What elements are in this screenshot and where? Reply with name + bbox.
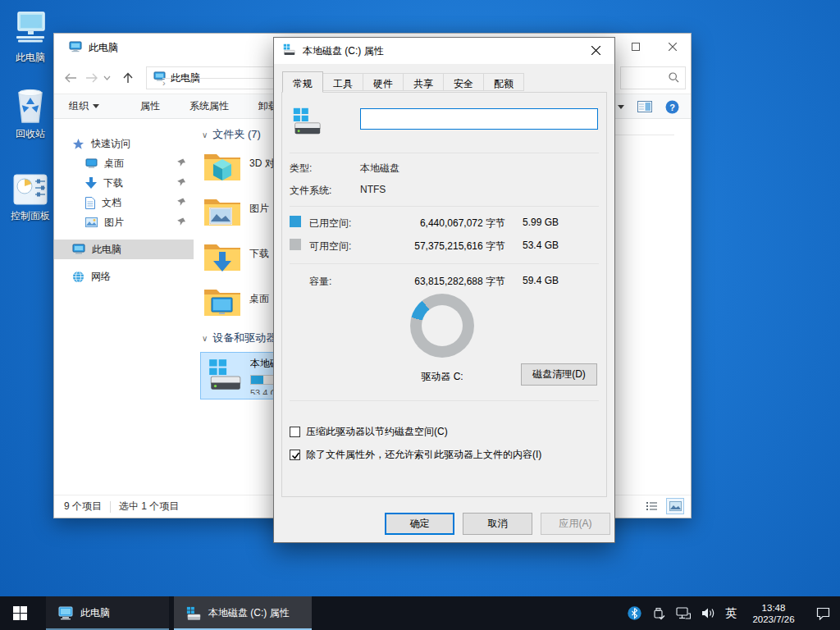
- taskbar: 此电脑 本地磁盘 (C:) 属性: [0, 596, 840, 630]
- up-button[interactable]: [118, 68, 138, 88]
- clock-time: 13:48: [762, 603, 786, 613]
- start-button[interactable]: [0, 596, 39, 630]
- capacity-gb: 59.4 GB: [523, 275, 559, 286]
- sidebar-item-network[interactable]: 网络: [54, 267, 194, 286]
- capacity-label: 容量:: [309, 275, 331, 289]
- tab-general[interactable]: 常规: [282, 71, 323, 93]
- cancel-button[interactable]: 取消: [463, 513, 532, 535]
- document-icon: [85, 197, 95, 209]
- control-panel-icon: [0, 167, 61, 206]
- folders-section-header[interactable]: ∨ 文件夹 (7): [202, 127, 261, 142]
- free-space-gb: 53.4 GB: [523, 240, 559, 251]
- apply-button[interactable]: 应用(A): [541, 513, 610, 535]
- usb-icon[interactable]: [651, 606, 666, 621]
- filesystem-label: 文件系统:: [290, 184, 331, 198]
- taskbar-item-label: 此电脑: [80, 606, 110, 620]
- clock-date: 2023/7/26: [752, 614, 794, 624]
- ok-button[interactable]: 确定: [385, 513, 454, 535]
- drive-label: 驱动器 C:: [380, 370, 504, 384]
- network-icon[interactable]: [676, 606, 691, 621]
- large-icons-view-button[interactable]: [666, 498, 684, 514]
- used-space-label: 已用空间:: [309, 217, 351, 231]
- search-input[interactable]: [620, 66, 686, 89]
- sidebar-item-quick-access[interactable]: 快速访问: [54, 134, 194, 153]
- explorer-window-title: 此电脑: [89, 41, 118, 55]
- checkbox-box[interactable]: [290, 450, 300, 460]
- help-icon[interactable]: ?: [665, 100, 679, 114]
- disk-small-icon: [282, 43, 296, 58]
- preview-pane-icon[interactable]: [637, 101, 652, 112]
- checkbox-label: 除了文件属性外，还允许索引此驱动器上文件的内容(I): [306, 448, 541, 462]
- devices-section-header[interactable]: ∨ 设备和驱动器: [202, 331, 276, 345]
- compress-drive-checkbox[interactable]: 压缩此驱动器以节约磁盘空间(C): [290, 425, 448, 439]
- desktop-icon-recycle-bin[interactable]: 回收站: [0, 84, 61, 141]
- details-view-button[interactable]: [643, 498, 661, 514]
- pin-icon: [177, 217, 185, 228]
- tab-quota[interactable]: 配额: [484, 73, 524, 91]
- properties-dialog: 本地磁盘 (C:) 属性 常规 工具 硬件 共享 安全 配额 类型: 本地磁盘 …: [273, 37, 615, 543]
- folder-downloads-icon: [203, 240, 241, 275]
- dialog-tabs: 常规 工具 硬件 共享 安全 配额: [282, 71, 524, 91]
- volume-label-input[interactable]: [360, 108, 598, 130]
- dialog-title-bar[interactable]: 本地磁盘 (C:) 属性: [274, 38, 614, 64]
- desktop-icon-label: 回收站: [0, 127, 61, 141]
- quick-access-star-icon: [72, 138, 84, 150]
- sidebar-item-downloads[interactable]: 下载: [54, 173, 194, 193]
- free-space-label: 可用空间:: [309, 240, 351, 253]
- sidebar-item-documents[interactable]: 文档: [54, 193, 194, 212]
- checkbox-label: 压缩此驱动器以节约磁盘空间(C): [306, 425, 448, 439]
- disk-cleanup-button[interactable]: 磁盘清理(D): [521, 363, 597, 386]
- tab-hardware[interactable]: 硬件: [363, 73, 404, 91]
- this-pc-icon: [0, 8, 61, 48]
- tab-sharing[interactable]: 共享: [404, 73, 444, 91]
- volume-disk-icon: [290, 107, 324, 139]
- taskbar-clock[interactable]: 13:48 2023/7/26: [746, 602, 801, 625]
- action-center-icon[interactable]: [815, 606, 830, 621]
- more-options-chevron-icon[interactable]: [618, 105, 624, 109]
- system-properties-command[interactable]: 系统属性: [178, 99, 240, 113]
- navigation-pane: 快速访问 桌面 下载: [54, 119, 194, 495]
- tab-security[interactable]: 安全: [444, 73, 484, 91]
- taskbar-item-this-pc[interactable]: 此电脑: [46, 596, 169, 630]
- maximize-button[interactable]: [617, 34, 654, 60]
- desktop-icon-this-pc[interactable]: 此电脑: [0, 8, 61, 65]
- selected-count: 选中 1 个项目: [119, 500, 179, 514]
- properties-command[interactable]: 属性: [129, 99, 171, 113]
- close-button[interactable]: [654, 34, 691, 60]
- collapse-chevron-icon: ∨: [202, 130, 208, 139]
- desktop-icon-control-panel[interactable]: 控制面板: [0, 167, 61, 223]
- tab-tools[interactable]: 工具: [323, 73, 363, 91]
- taskbar-item-disk-properties[interactable]: 本地磁盘 (C:) 属性: [174, 596, 312, 630]
- dialog-close-button[interactable]: [578, 38, 614, 63]
- recent-locations-chevron-icon[interactable]: [100, 68, 113, 88]
- taskbar-item-label: 本地磁盘 (C:) 属性: [208, 606, 290, 620]
- index-contents-checkbox[interactable]: 除了文件属性外，还允许索引此驱动器上文件的内容(I): [290, 448, 541, 462]
- used-space-gb: 5.99 GB: [523, 217, 559, 228]
- type-label: 类型:: [290, 162, 312, 176]
- windows-logo-icon: [13, 606, 27, 620]
- bluetooth-icon[interactable]: [627, 606, 641, 621]
- item-count: 9 个项目: [64, 500, 102, 514]
- organize-menu[interactable]: 组织: [57, 99, 111, 113]
- svg-text:?: ?: [669, 102, 675, 112]
- volume-icon[interactable]: [701, 606, 715, 621]
- desktop-icon-label: 此电脑: [0, 51, 61, 65]
- this-pc-icon: [72, 244, 85, 255]
- forward-button[interactable]: [82, 68, 102, 88]
- free-space-bytes: 57,375,215,616 字节: [372, 240, 505, 253]
- checkbox-box[interactable]: [290, 427, 300, 437]
- ime-indicator[interactable]: 英: [725, 606, 737, 621]
- sidebar-item-desktop[interactable]: 桌面: [54, 153, 194, 173]
- sidebar-item-this-pc[interactable]: 此电脑: [54, 240, 194, 259]
- back-button[interactable]: [61, 68, 80, 88]
- local-disk-icon: [206, 357, 244, 393]
- dropdown-chevron-icon: [93, 104, 99, 108]
- folder-pictures-icon: [203, 195, 241, 230]
- used-space-legend-swatch: [290, 216, 301, 227]
- sidebar-item-pictures[interactable]: 图片: [54, 212, 194, 232]
- download-arrow-icon: [85, 177, 97, 189]
- this-pc-small-icon: [69, 41, 82, 55]
- network-globe-icon: [72, 271, 84, 283]
- pin-icon: [177, 158, 185, 169]
- capacity-bytes: 63,815,282,688 字节: [372, 275, 505, 289]
